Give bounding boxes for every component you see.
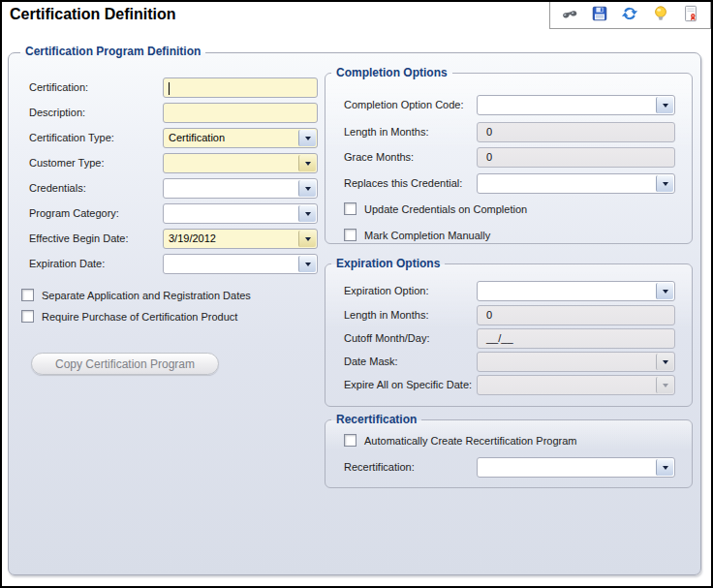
- expiration-option-select[interactable]: [477, 281, 675, 301]
- grace-months-label: Grace Months:: [344, 151, 414, 163]
- chevron-down-icon[interactable]: [298, 180, 316, 197]
- program-category-value: [164, 204, 297, 223]
- chevron-down-icon[interactable]: [656, 97, 673, 113]
- binoculars-icon: [561, 5, 578, 25]
- description-input[interactable]: [163, 103, 318, 123]
- page-title: Certification Definition: [10, 6, 176, 23]
- save-button[interactable]: [588, 5, 611, 26]
- effective-begin-date-label: Effective Begin Date:: [29, 232, 129, 244]
- chevron-down-icon[interactable]: [298, 256, 316, 272]
- lightbulb-icon: [652, 5, 669, 25]
- grace-months-field: 0: [477, 147, 675, 168]
- certification-input[interactable]: [163, 77, 318, 98]
- expire-all-date-select: [477, 375, 675, 395]
- customer-type-label: Customer Type:: [29, 157, 104, 169]
- certification-program-definition-panel: Certification Program Definition Complet…: [8, 52, 701, 575]
- expiration-option-value: [478, 282, 655, 300]
- expiration-date-label: Expiration Date:: [29, 258, 105, 269]
- customer-type-select[interactable]: [163, 153, 318, 173]
- separate-dates-checkbox[interactable]: [21, 289, 34, 301]
- auto-create-recertification-checkbox-label: Automatically Create Recertification Pro…: [364, 435, 576, 447]
- recertification-select[interactable]: [477, 457, 675, 478]
- mark-completion-manually-checkbox[interactable]: [344, 229, 356, 241]
- completion-length-value: 0: [486, 126, 492, 138]
- toolbar: [549, 2, 711, 29]
- effective-begin-date-value: 3/19/2012: [164, 230, 297, 248]
- certification-definition-window: Certification Definition: [0, 0, 713, 588]
- replaces-credential-select[interactable]: [477, 173, 675, 194]
- expire-all-date-label: Expire All on Specific Date:: [344, 379, 472, 390]
- save-floppy-icon: [591, 5, 608, 25]
- recertification-legend: Recertification: [331, 413, 421, 426]
- chevron-down-icon[interactable]: [298, 231, 316, 247]
- cutoff-month-day-value: __/__: [486, 332, 513, 344]
- cutoff-month-day-field: __/__: [477, 328, 675, 349]
- expiration-option-label: Expiration Option:: [344, 285, 428, 296]
- credentials-value: [164, 179, 297, 198]
- panel-legend: Certification Program Definition: [20, 45, 205, 58]
- recertification-label: Recertification:: [344, 461, 415, 473]
- expiration-length-value: 0: [486, 309, 492, 321]
- help-button[interactable]: [649, 5, 672, 26]
- report-button[interactable]: [679, 5, 702, 26]
- expiration-length-label: Length in Months:: [344, 309, 428, 321]
- separate-dates-checkbox-label: Separate Application and Registration Da…: [42, 290, 251, 301]
- require-purchase-checkbox[interactable]: [21, 310, 34, 323]
- update-credentials-checkbox[interactable]: [344, 202, 356, 215]
- copy-certification-program-button[interactable]: Copy Certification Program: [31, 353, 219, 375]
- recertification-value: [478, 458, 655, 477]
- expiration-options-legend: Expiration Options: [331, 257, 445, 270]
- certification-type-label: Certification Type:: [29, 132, 114, 143]
- grace-months-value: 0: [486, 151, 492, 163]
- description-label: Description:: [29, 107, 85, 118]
- expiration-date-value: [164, 255, 297, 273]
- program-category-label: Program Category:: [29, 207, 119, 219]
- refresh-icon: [621, 5, 638, 25]
- update-credentials-checkbox-label: Update Credentials on Completion: [364, 203, 527, 215]
- date-mask-label: Date Mask:: [344, 356, 398, 367]
- certification-type-select[interactable]: Certification: [163, 128, 318, 148]
- completion-option-code-select[interactable]: [477, 95, 675, 115]
- chevron-down-icon[interactable]: [656, 175, 673, 192]
- completion-option-code-label: Completion Option Code:: [344, 99, 464, 110]
- credentials-select[interactable]: [163, 178, 318, 199]
- require-purchase-checkbox-label: Require Purchase of Certification Produc…: [42, 311, 237, 323]
- text-caret: [169, 82, 170, 95]
- mark-completion-manually-checkbox-label: Mark Completion Manually: [364, 230, 490, 241]
- chevron-down-icon[interactable]: [298, 130, 316, 146]
- certificate-report-icon: [682, 5, 699, 25]
- completion-length-field: 0: [477, 122, 675, 142]
- certification-label: Certification:: [29, 81, 88, 93]
- chevron-down-icon[interactable]: [656, 354, 673, 370]
- expiration-length-field: 0: [477, 305, 675, 325]
- auto-create-recertification-checkbox[interactable]: [344, 434, 356, 447]
- expire-all-date-value: [478, 376, 655, 394]
- completion-option-code-value: [478, 96, 655, 114]
- chevron-down-icon[interactable]: [298, 205, 316, 222]
- customer-type-value: [164, 154, 297, 172]
- credentials-label: Credentials:: [29, 182, 86, 194]
- chevron-down-icon: [656, 377, 673, 393]
- date-mask-value: [478, 353, 655, 371]
- chevron-down-icon[interactable]: [298, 155, 316, 171]
- replaces-credential-label: Replaces this Credential:: [344, 177, 462, 189]
- program-category-select[interactable]: [163, 203, 318, 224]
- cutoff-month-day-label: Cutoff Month/Day:: [344, 332, 429, 344]
- expiration-date-select[interactable]: [163, 254, 318, 274]
- chevron-down-icon[interactable]: [656, 459, 673, 476]
- refresh-button[interactable]: [618, 5, 641, 26]
- effective-begin-date-select[interactable]: 3/19/2012: [163, 229, 318, 249]
- certification-type-value: Certification: [164, 129, 297, 147]
- completion-options-legend: Completion Options: [331, 66, 452, 79]
- chevron-down-icon[interactable]: [656, 283, 673, 299]
- replaces-credential-value: [478, 174, 655, 193]
- find-button[interactable]: [558, 5, 581, 26]
- completion-length-label: Length in Months:: [344, 126, 428, 138]
- date-mask-select[interactable]: [477, 352, 675, 372]
